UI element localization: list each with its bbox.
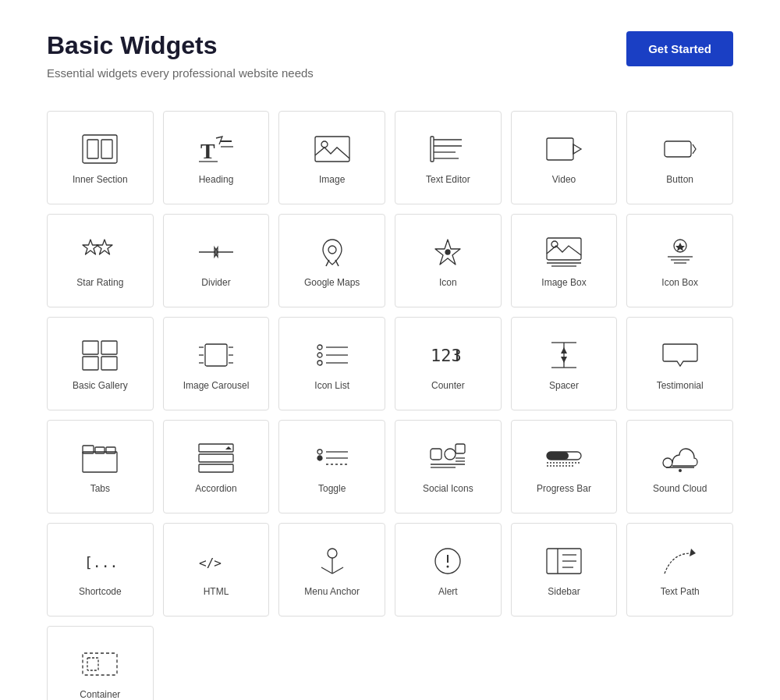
svg-rect-36 (83, 357, 98, 370)
page-title: Basic Widgets (47, 31, 314, 60)
widget-card-progress-bar[interactable]: Progress Bar (511, 420, 618, 513)
divider-label: Divider (201, 277, 230, 290)
toggle-label: Toggle (318, 483, 346, 496)
text-editor-label: Text Editor (426, 174, 470, 187)
widget-card-social-icons[interactable]: Social Icons (395, 420, 502, 513)
image-box-label: Image Box (541, 277, 586, 290)
widget-card-text-path[interactable]: Text Path (626, 523, 733, 616)
social-icons-icon (429, 442, 466, 474)
html-label: HTML (204, 586, 229, 599)
menu-anchor-label: Menu Anchor (304, 586, 360, 599)
icon-box-icon (661, 236, 699, 268)
icon-list-label: Icon List (314, 380, 349, 393)
testimonial-label: Testimonial (657, 380, 704, 393)
image-carousel-label: Image Carousel (183, 380, 250, 393)
counter-icon: 123 (429, 339, 466, 371)
widget-card-html[interactable]: </>HTML (163, 523, 270, 616)
svg-rect-99 (83, 653, 117, 675)
text-editor-icon (429, 133, 466, 165)
svg-marker-30 (675, 243, 685, 251)
icon-label: Icon (439, 277, 457, 290)
svg-rect-61 (106, 447, 115, 453)
widget-card-star-rating[interactable]: Star Rating (47, 214, 154, 307)
widget-card-counter[interactable]: 123Counter (395, 317, 502, 410)
svg-marker-17 (83, 240, 98, 254)
svg-marker-98 (690, 549, 696, 556)
widget-card-sidebar[interactable]: Sidebar (511, 523, 618, 616)
widget-card-text-editor[interactable]: Text Editor (395, 111, 502, 204)
widget-card-video[interactable]: Video (511, 111, 618, 204)
svg-rect-71 (431, 449, 441, 460)
widget-card-toggle[interactable]: Toggle (278, 420, 385, 513)
svg-rect-58 (83, 452, 117, 472)
widget-card-button[interactable]: Button (626, 111, 733, 204)
header-text: Basic Widgets Essential widgets every pr… (47, 31, 314, 80)
video-icon (545, 133, 583, 165)
spacer-label: Spacer (549, 380, 579, 393)
widget-card-basic-gallery[interactable]: Basic Gallery (47, 317, 154, 410)
star-rating-icon (81, 236, 119, 268)
svg-marker-57 (561, 357, 567, 363)
widget-card-image-box[interactable]: Image Box (511, 214, 618, 307)
svg-rect-100 (87, 658, 98, 670)
heading-icon: T (197, 133, 235, 165)
svg-point-47 (317, 353, 322, 357)
widget-card-alert[interactable]: Alert (395, 523, 502, 616)
alert-label: Alert (438, 586, 458, 599)
sound-cloud-icon (661, 442, 699, 474)
divider-icon (197, 236, 235, 268)
svg-marker-15 (573, 144, 581, 154)
svg-point-83 (679, 469, 682, 472)
star-rating-label: Star Rating (76, 277, 123, 290)
shortcode-label: Shortcode (79, 586, 122, 599)
widget-card-tabs[interactable]: Tabs (47, 420, 154, 513)
text-path-label: Text Path (661, 586, 700, 599)
widget-card-image[interactable]: Image (278, 111, 385, 204)
svg-marker-18 (97, 240, 112, 254)
widget-card-sound-cloud[interactable]: Sound Cloud (626, 420, 733, 513)
widget-card-spacer[interactable]: Spacer (511, 317, 618, 410)
tabs-label: Tabs (90, 483, 110, 496)
svg-line-88 (321, 567, 332, 574)
widget-card-shortcode[interactable]: [...]Shortcode (47, 523, 154, 616)
widget-card-inner-section[interactable]: Inner Section (47, 111, 154, 204)
svg-point-92 (447, 566, 449, 568)
svg-point-8 (321, 141, 328, 147)
widget-card-testimonial[interactable]: Testimonial (626, 317, 733, 410)
svg-text:[...]: [...] (84, 554, 119, 570)
svg-point-49 (317, 361, 322, 365)
button-icon (661, 133, 699, 165)
sidebar-label: Sidebar (548, 586, 580, 599)
widget-card-icon-list[interactable]: Icon List (278, 317, 385, 410)
get-started-button[interactable]: Get Started (626, 31, 733, 66)
widget-card-heading[interactable]: THeading (163, 111, 270, 204)
widgets-grid: Inner SectionTHeadingImageText EditorVid… (47, 111, 733, 700)
svg-rect-72 (445, 449, 456, 460)
svg-rect-65 (199, 464, 233, 472)
svg-point-66 (317, 449, 322, 454)
inner-section-label: Inner Section (73, 174, 128, 187)
widget-card-icon-box[interactable]: Icon Box (626, 214, 733, 307)
svg-point-68 (317, 456, 322, 460)
svg-rect-13 (431, 137, 434, 162)
svg-rect-38 (205, 344, 227, 366)
progress-bar-label: Progress Bar (537, 483, 591, 496)
svg-rect-1 (87, 140, 98, 158)
svg-text:T: T (200, 139, 215, 163)
html-icon: </> (197, 545, 235, 577)
widget-card-divider[interactable]: Divider (163, 214, 270, 307)
svg-point-22 (328, 246, 336, 254)
widget-card-icon[interactable]: Icon (395, 214, 502, 307)
image-box-icon (545, 236, 583, 268)
svg-rect-7 (315, 137, 349, 162)
accordion-label: Accordion (195, 483, 236, 496)
widget-card-accordion[interactable]: Accordion (163, 420, 270, 513)
widget-card-google-maps[interactable]: Google Maps (278, 214, 385, 307)
widget-card-image-carousel[interactable]: Image Carousel (163, 317, 270, 410)
widget-card-menu-anchor[interactable]: Menu Anchor (278, 523, 385, 616)
widget-card-container[interactable]: Container (47, 626, 154, 700)
button-label: Button (666, 174, 693, 187)
sidebar-icon (545, 545, 583, 577)
svg-marker-63 (225, 446, 232, 449)
container-icon (81, 648, 119, 680)
